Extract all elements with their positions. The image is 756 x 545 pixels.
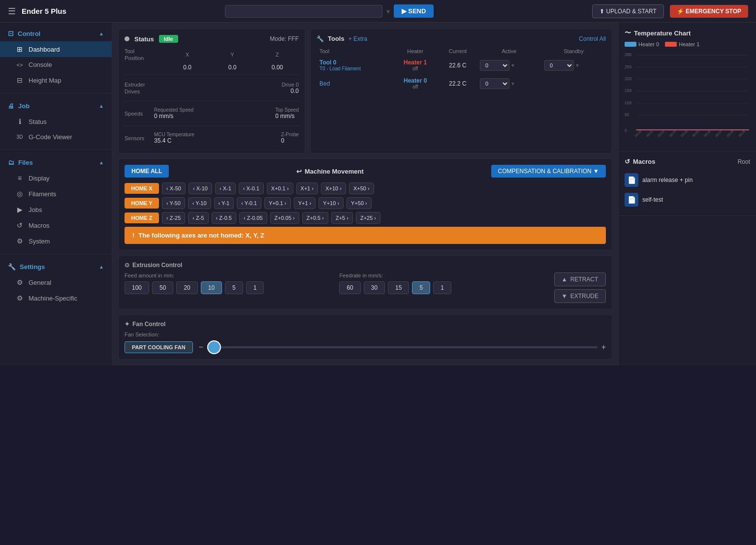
macro-self-test[interactable]: 📄 self-test [625, 190, 750, 210]
feed-50[interactable]: 50 [152, 281, 173, 294]
compensation-calibration-button[interactable]: COMPENSATION & CALIBRATION ▼ [491, 165, 606, 178]
send-button[interactable]: ▶ SEND [394, 4, 434, 18]
extrude-button[interactable]: ▼ EXTRUDE [554, 289, 606, 303]
z-minus-05[interactable]: ‹ Z-0.5 [212, 212, 236, 224]
x-plus-1[interactable]: X+1 › [296, 182, 318, 194]
movement-title-text: Machine Movement [305, 168, 364, 175]
sidebar-item-filaments[interactable]: ◎ Filaments [0, 186, 112, 202]
y-plus-10[interactable]: Y+10 › [318, 197, 344, 209]
tools-extra[interactable]: + Extra [348, 35, 367, 42]
sidebar-item-macros[interactable]: ↺ Macros [0, 217, 112, 233]
sidebar-section-files: 🗂 Files ▲ ≡ Display ◎ Filaments ▶ Jobs ↺… [0, 152, 112, 252]
feedrate-5[interactable]: 5 [412, 281, 430, 294]
extrude-down-icon: ▼ [562, 293, 567, 300]
z-minus-25[interactable]: ‹ Z-25 [162, 212, 185, 224]
feed-20[interactable]: 20 [176, 281, 197, 294]
home-all-button[interactable]: HOME ALL [125, 165, 169, 178]
fan-speed-slider[interactable] [207, 346, 598, 348]
job-chevron: ▲ [99, 103, 104, 109]
y-plus-01[interactable]: Y+0.1 › [264, 197, 291, 209]
sidebar-heightmap-label: Height Map [29, 77, 61, 84]
sidebar-item-general[interactable]: ⚙ General [0, 274, 112, 290]
control-all[interactable]: Control All [579, 35, 606, 42]
status-mode: Mode: FFF [270, 35, 299, 42]
dropdown-icon[interactable]: ▾ [386, 7, 390, 15]
legend-heater0-label: Heater 0 [638, 41, 659, 47]
sidebar-item-machine-specific[interactable]: ⚙ Machine-Specific [0, 290, 112, 306]
macros-sidebar-icon: ↺ [16, 221, 24, 229]
feedrate-1[interactable]: 1 [433, 281, 451, 294]
feed-10[interactable]: 10 [201, 281, 222, 294]
extrusion-inner: Feed amount in mm: 100 50 20 10 5 1 Feed… [125, 272, 606, 303]
z-minus-5[interactable]: ‹ Z-5 [188, 212, 208, 224]
sidebar-item-status[interactable]: ℹ Status [0, 114, 112, 129]
col-heater: Heater [392, 46, 439, 56]
sidebar-group-job[interactable]: 🖨 Job ▲ [0, 98, 112, 114]
feed-5[interactable]: 5 [225, 281, 243, 294]
sidebar-control-label: Control [18, 30, 40, 37]
z-minus-005[interactable]: ‹ Z-0.05 [239, 212, 267, 224]
home-z-button[interactable]: HOME Z [125, 212, 159, 223]
x-minus-01[interactable]: ‹ X-0.1 [239, 182, 264, 194]
z-value: 0.00 [256, 64, 299, 71]
sidebar-item-gcode-viewer[interactable]: 3D G-Code Viewer [0, 129, 112, 145]
upload-start-button[interactable]: ⬆ UPLOAD & START [592, 4, 664, 18]
retract-label: RETRACT [570, 276, 598, 283]
feedrate-30[interactable]: 30 [364, 281, 385, 294]
x-minus-10[interactable]: ‹ X-10 [189, 182, 212, 194]
t0-standby-select[interactable]: 0 [544, 60, 574, 71]
t0-active-select[interactable]: 0 [480, 60, 509, 71]
bed-active-select[interactable]: 0 [480, 78, 509, 89]
macro-alarm-release[interactable]: 📄 alarm release + pin [625, 170, 750, 190]
x-plus-01[interactable]: X+0.1 › [267, 182, 293, 194]
sidebar-section-job: 🖨 Job ▲ ℹ Status 3D G-Code Viewer [0, 95, 112, 148]
sidebar-item-display[interactable]: ≡ Display [0, 170, 112, 186]
y-minus-10[interactable]: ‹ Y-10 [188, 197, 211, 209]
z-plus-005[interactable]: Z+0.05 › [270, 212, 299, 224]
system-icon: ⚙ [16, 237, 24, 245]
y-minus-01[interactable]: ‹ Y-0.1 [237, 197, 261, 209]
sidebar-item-height-map[interactable]: ⊟ Height Map [0, 72, 112, 88]
z-plus-25[interactable]: Z+25 › [356, 212, 380, 224]
svg-text:100: 100 [625, 100, 631, 105]
x-minus-1[interactable]: ‹ X-1 [215, 182, 236, 194]
feedrate-60[interactable]: 60 [339, 281, 360, 294]
z-probe-value: 0 [281, 137, 299, 144]
feedrate-15[interactable]: 15 [388, 281, 409, 294]
fan-plus-button[interactable]: + [601, 343, 606, 352]
height-map-icon: ⊟ [16, 76, 24, 84]
emergency-stop-button[interactable]: ⚡ EMERGENCY STOP [670, 5, 748, 18]
z-plus-5[interactable]: Z+5 › [331, 212, 353, 224]
retract-extrude-group: ▲ RETRACT ▼ EXTRUDE [554, 272, 606, 303]
z-plus-05[interactable]: Z+0.5 › [302, 212, 328, 224]
y-minus-1[interactable]: ‹ Y-1 [214, 197, 234, 209]
sidebar-group-files[interactable]: 🗂 Files ▲ [0, 155, 112, 170]
y-plus-1[interactable]: Y+1 › [294, 197, 316, 209]
sidebar-item-console[interactable]: <> Console [0, 57, 112, 72]
sidebar-item-system[interactable]: ⚙ System [0, 233, 112, 249]
x-plus-10[interactable]: X+10 › [321, 182, 346, 194]
sensors-section: Sensors MCU Temperature 35.4 C Z-Probe 0 [125, 129, 299, 147]
retract-button[interactable]: ▲ RETRACT [554, 272, 606, 286]
extruder-label: ExtruderDrives [125, 81, 145, 95]
y-plus-50[interactable]: Y+50 › [346, 197, 372, 209]
sidebar-group-settings[interactable]: 🔧 Settings ▲ [0, 259, 112, 274]
home-x-button[interactable]: HOME X [125, 183, 159, 194]
general-icon: ⚙ [16, 278, 24, 286]
x-minus-50[interactable]: ‹ X-50 [162, 182, 186, 194]
home-y-button[interactable]: HOME Y [125, 198, 159, 209]
sidebar-filaments-label: Filaments [29, 190, 56, 198]
y-minus-50[interactable]: ‹ Y-50 [162, 197, 185, 209]
feed-1[interactable]: 1 [246, 281, 264, 294]
x-plus-50[interactable]: X+50 › [349, 182, 374, 194]
tool-t0-sub[interactable]: T0 - Load Filament [319, 66, 389, 71]
sidebar-item-dashboard[interactable]: ⊞ Dashboard [0, 41, 112, 57]
fan-name-button[interactable]: PART COOLING FAN [125, 341, 193, 353]
tool-t0-name[interactable]: Tool 0 [319, 59, 389, 66]
search-input[interactable] [225, 5, 382, 18]
feed-100[interactable]: 100 [125, 281, 149, 294]
fan-minus-button[interactable]: − [199, 343, 203, 352]
sidebar-group-control[interactable]: ⊡ Control ▲ [0, 26, 112, 41]
menu-icon[interactable]: ☰ [8, 6, 16, 17]
sidebar-item-jobs[interactable]: ▶ Jobs [0, 202, 112, 217]
